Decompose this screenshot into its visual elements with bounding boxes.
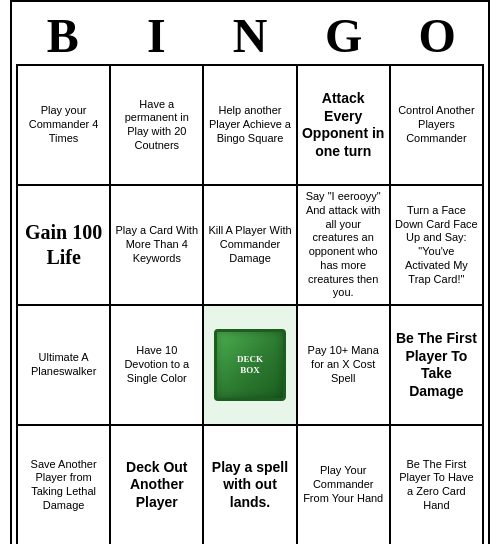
bingo-cell-3: Attack Every Opponent in one turn: [298, 66, 391, 186]
bingo-cell-14: Be The First Player To Take Damage: [391, 306, 484, 426]
bingo-letter-o: O: [393, 12, 481, 60]
bingo-header: BINGO: [16, 6, 484, 64]
bingo-cell-9: Turn a Face Down Card Face Up and Say: "…: [391, 186, 484, 306]
bingo-cell-2: Help another Player Achieve a Bingo Squa…: [204, 66, 297, 186]
bingo-cell-18: Play Your Commander From Your Hand: [298, 426, 391, 544]
bingo-cell-16: Deck Out Another Player: [111, 426, 204, 544]
bingo-card: BINGO Play your Commander 4 TimesHave a …: [10, 0, 490, 544]
bingo-cell-0: Play your Commander 4 Times: [18, 66, 111, 186]
bingo-cell-11: Have 10 Devotion to a Single Color: [111, 306, 204, 426]
bingo-cell-17: Play a spell with out lands.: [204, 426, 297, 544]
bingo-cell-10: Ultimate A Planeswalker: [18, 306, 111, 426]
bingo-cell-1: Have a permanent in Play with 20 Coutner…: [111, 66, 204, 186]
bingo-cell-7: Kill A Player With Commander Damage: [204, 186, 297, 306]
bingo-cell-5: Gain 100 Life: [18, 186, 111, 306]
bingo-cell-15: Save Another Player from Taking Lethal D…: [18, 426, 111, 544]
bingo-letter-n: N: [206, 12, 294, 60]
bingo-letter-i: I: [112, 12, 200, 60]
bingo-cell-6: Play a Card With More Than 4 Keywords: [111, 186, 204, 306]
free-space-logo: DECKBOX: [214, 329, 286, 401]
bingo-cell-19: Be The First Player To Have a Zero Card …: [391, 426, 484, 544]
bingo-cell-8: Say "I eerooyy" And attack with all your…: [298, 186, 391, 306]
bingo-letter-g: G: [300, 12, 388, 60]
bingo-letter-b: B: [19, 12, 107, 60]
bingo-cell-12: DECKBOX: [204, 306, 297, 426]
bingo-cell-13: Pay 10+ Mana for an X Cost Spell: [298, 306, 391, 426]
bingo-grid: Play your Commander 4 TimesHave a perman…: [16, 64, 484, 544]
bingo-cell-4: Control Another Players Commander: [391, 66, 484, 186]
